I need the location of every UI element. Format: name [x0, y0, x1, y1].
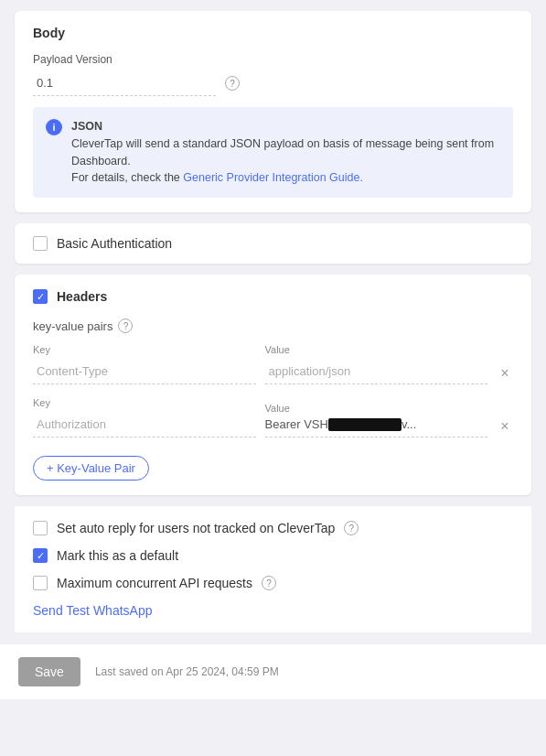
- payload-version-input[interactable]: [33, 70, 216, 96]
- kv-title-row: key-value pairs ?: [33, 319, 513, 333]
- mark-default-row: Mark this as a default: [33, 548, 513, 563]
- max-concurrent-checkbox[interactable]: [33, 576, 48, 590]
- kv-key-field-2: Key: [33, 397, 256, 437]
- save-button[interactable]: Save: [18, 657, 80, 686]
- headers-section: Headers key-value pairs ? Key Value × Ke…: [15, 275, 531, 495]
- value-label-2: Value: [265, 403, 488, 414]
- auto-reply-label: Set auto reply for users not tracked on …: [57, 521, 335, 535]
- payload-version-label: Payload Version: [33, 53, 513, 66]
- max-concurrent-help-icon[interactable]: ?: [262, 576, 276, 590]
- max-concurrent-label: Maximum concurrent API requests: [57, 576, 252, 590]
- basic-auth-checkbox[interactable]: [33, 236, 48, 251]
- integration-guide-link[interactable]: Generic Provider Integration Guide.: [183, 171, 363, 184]
- value-input-1[interactable]: [265, 359, 488, 384]
- kv-help-icon[interactable]: ?: [118, 319, 133, 333]
- send-test-row: Send Test WhatsApp: [33, 603, 513, 618]
- remove-row-1-button[interactable]: ×: [497, 368, 513, 384]
- bearer-masked-value: [328, 418, 401, 431]
- auto-reply-checkbox[interactable]: [33, 521, 48, 535]
- add-kv-button[interactable]: + Key-Value Pair: [33, 456, 149, 481]
- max-concurrent-row: Maximum concurrent API requests ?: [33, 576, 513, 590]
- kv-pairs-label: key-value pairs: [33, 319, 112, 333]
- auto-reply-help-icon[interactable]: ?: [344, 521, 359, 535]
- bearer-prefix: Bearer VSH: [265, 417, 328, 431]
- payload-help-icon[interactable]: ?: [225, 76, 240, 91]
- body-title: Body: [33, 26, 513, 40]
- key-input-2[interactable]: [33, 412, 256, 437]
- auto-reply-row: Set auto reply for users not tracked on …: [33, 521, 513, 535]
- remove-row-2-button[interactable]: ×: [497, 421, 513, 437]
- json-info-box: i JSON CleverTap will send a standard JS…: [33, 107, 513, 198]
- json-info-text: JSON CleverTap will send a standard JSON…: [71, 118, 500, 187]
- info-icon: i: [46, 119, 62, 135]
- last-saved-text: Last saved on Apr 25 2024, 04:59 PM: [95, 665, 279, 678]
- kv-value-field-1: Value: [265, 344, 488, 384]
- kv-value-field-2: Value Bearer VSH v...: [265, 403, 488, 437]
- mark-default-checkbox[interactable]: [33, 548, 48, 563]
- headers-checkbox[interactable]: [33, 289, 48, 304]
- key-label-2: Key: [33, 397, 256, 408]
- bearer-suffix: v...: [401, 417, 416, 431]
- bottom-section: Set auto reply for users not tracked on …: [15, 506, 531, 632]
- key-label-1: Key: [33, 344, 256, 355]
- json-desc2: For details, check the: [71, 171, 180, 184]
- page-container: Body Payload Version ? i JSON CleverTap …: [0, 0, 546, 643]
- key-input-1[interactable]: [33, 359, 256, 384]
- kv-row-2: Key Value Bearer VSH v... ×: [33, 397, 513, 437]
- json-title: JSON: [71, 120, 102, 133]
- basic-auth-label: Basic Authentication: [57, 236, 172, 251]
- headers-title-row: Headers: [33, 289, 513, 304]
- headers-title: Headers: [57, 289, 107, 304]
- value-label-1: Value: [265, 344, 488, 355]
- footer-bar: Save Last saved on Apr 25 2024, 04:59 PM: [0, 643, 546, 699]
- kv-key-field-1: Key: [33, 344, 256, 384]
- mark-default-label: Mark this as a default: [57, 548, 178, 563]
- send-test-link[interactable]: Send Test WhatsApp: [33, 603, 152, 618]
- kv-row-1: Key Value ×: [33, 344, 513, 384]
- basic-auth-section: Basic Authentication: [15, 223, 531, 264]
- body-section: Body Payload Version ? i JSON CleverTap …: [15, 11, 531, 212]
- json-desc: CleverTap will send a standard JSON payl…: [71, 137, 494, 167]
